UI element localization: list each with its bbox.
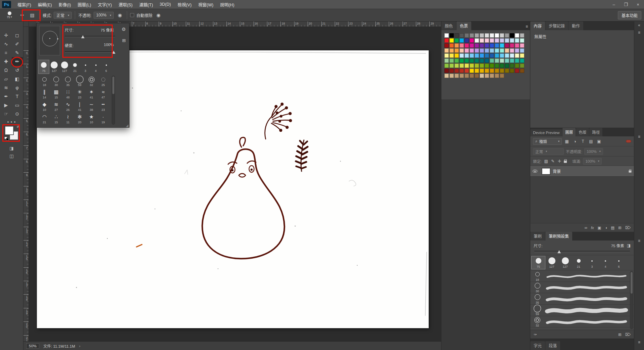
color-swatch[interactable] xyxy=(520,69,524,73)
color-swatch[interactable] xyxy=(480,33,484,38)
layer-effects-icon[interactable]: fx xyxy=(591,226,594,230)
ruler-corner[interactable] xyxy=(23,21,29,27)
link-layers-icon[interactable]: ∞ xyxy=(585,226,587,230)
screen-mode-icon[interactable]: ◫ xyxy=(9,154,13,159)
color-swatch[interactable] xyxy=(465,74,469,78)
color-swatch[interactable] xyxy=(470,69,474,73)
tool-button[interactable]: ◧ xyxy=(12,75,23,83)
color-swatch[interactable] xyxy=(520,53,524,58)
color-swatch[interactable] xyxy=(510,43,514,48)
brush-preset-chip[interactable]: 75 ▾ xyxy=(3,10,16,20)
tool-button[interactable]: ≋ xyxy=(1,83,12,92)
tool-button[interactable]: ▱ xyxy=(1,75,12,83)
brush-preview-toggle-icon[interactable]: ◨ xyxy=(627,243,631,248)
filter-group-icon[interactable]: ▤ xyxy=(588,139,594,144)
color-swatch[interactable] xyxy=(475,69,479,73)
layer-blend-mode-select[interactable]: 正常 xyxy=(533,148,564,155)
color-swatch[interactable] xyxy=(454,74,459,78)
brush-preset[interactable]: ∿ 26 xyxy=(62,100,74,112)
brush-tip[interactable]: 75 xyxy=(39,60,49,74)
brush-tip[interactable]: 4 xyxy=(91,60,101,74)
brush-preset[interactable]: ∥ 14 xyxy=(39,87,50,100)
color-swatch[interactable] xyxy=(495,48,499,53)
color-swatch[interactable] xyxy=(510,69,514,73)
tool-button[interactable]: φ xyxy=(12,83,23,92)
default-colors-icon[interactable] xyxy=(4,137,9,140)
color-swatch[interactable] xyxy=(490,38,494,43)
tool-button[interactable]: Ω xyxy=(1,66,12,75)
tool-button[interactable]: ✏ xyxy=(12,57,23,66)
filter-toggle-switch[interactable] xyxy=(626,140,631,143)
color-swatch[interactable] xyxy=(515,33,519,38)
brush-tip[interactable]: 3 xyxy=(80,60,91,74)
tool-button[interactable]: ✎ xyxy=(12,48,23,57)
color-swatch[interactable] xyxy=(485,63,489,68)
color-swatch[interactable] xyxy=(495,53,499,58)
color-swatch[interactable] xyxy=(505,53,509,58)
tool-button[interactable]: ✐ xyxy=(12,40,23,48)
brush-preset[interactable]: ✳ 23 xyxy=(74,87,86,100)
tool-button[interactable]: ⌗ xyxy=(1,48,12,57)
menubar-item[interactable]: 檔案(F) xyxy=(14,0,35,9)
brush-size-slider[interactable] xyxy=(534,249,630,254)
color-swatch[interactable] xyxy=(520,33,524,38)
menubar-item[interactable]: 說明(H) xyxy=(217,0,237,9)
status-options-chevron-icon[interactable]: › xyxy=(79,344,80,348)
color-swatch[interactable] xyxy=(454,58,459,63)
brush-stroke-icon[interactable]: ✑ xyxy=(534,332,537,337)
color-swatch[interactable] xyxy=(490,43,494,48)
color-swatch[interactable] xyxy=(495,43,499,48)
panel-tab[interactable]: 顏色 xyxy=(441,21,456,30)
color-swatch[interactable] xyxy=(449,53,454,58)
color-swatch[interactable] xyxy=(460,63,464,68)
color-swatch[interactable] xyxy=(520,43,524,48)
brush-tip[interactable]: 4 xyxy=(599,256,612,269)
tool-button[interactable]: ↺ xyxy=(12,66,23,75)
brush-preset[interactable]: 25 xyxy=(97,75,109,87)
color-swatch[interactable] xyxy=(510,53,514,58)
brush-preset[interactable]: ∴ 15 xyxy=(50,112,62,125)
color-swatch[interactable] xyxy=(460,69,464,73)
delete-layer-icon[interactable]: ⌦ xyxy=(625,225,631,230)
layer-visibility-eye-icon[interactable] xyxy=(533,170,537,173)
panel-tab[interactable]: 字元 xyxy=(530,341,545,350)
new-preset-icon[interactable]: ⊞ xyxy=(122,38,126,43)
color-swatch[interactable] xyxy=(470,33,474,38)
color-swatch[interactable] xyxy=(475,48,479,53)
brush-tip[interactable]: 6 xyxy=(101,60,111,74)
panel-tab[interactable]: 路徑 xyxy=(589,128,602,136)
blend-mode-select[interactable]: 正常 xyxy=(54,12,72,19)
opacity-select[interactable]: 100% xyxy=(94,12,114,19)
color-swatch[interactable] xyxy=(480,43,484,48)
tool-button[interactable]: ◻ xyxy=(12,31,23,40)
color-swatch[interactable] xyxy=(460,48,464,53)
color-swatch[interactable] xyxy=(510,38,514,43)
color-swatch[interactable] xyxy=(485,74,489,78)
color-swatch[interactable] xyxy=(485,53,489,58)
brush-preset[interactable]: ◠ 21 xyxy=(39,112,50,125)
new-brush-icon[interactable]: ⊞ xyxy=(618,332,622,337)
color-swatch[interactable] xyxy=(470,74,474,78)
tool-button[interactable]: ∿ xyxy=(1,40,12,48)
brush-size-slider-thumb[interactable] xyxy=(557,250,561,253)
brush-tip[interactable]: 75 xyxy=(532,256,545,269)
color-swatch[interactable] xyxy=(454,43,459,48)
color-swatch[interactable] xyxy=(500,38,504,43)
brush-preset-row[interactable]: 18 xyxy=(530,270,634,282)
tool-button[interactable]: ☞ xyxy=(1,110,12,118)
panel-menu-icon[interactable]: ≡ xyxy=(634,238,644,243)
color-swatch[interactable] xyxy=(449,63,454,68)
color-swatch[interactable] xyxy=(475,43,479,48)
color-swatch[interactable] xyxy=(505,48,509,53)
menubar-item[interactable]: 濾鏡(T) xyxy=(136,0,156,9)
brush-panel-toggle-icon[interactable]: ▤ xyxy=(28,11,36,19)
opacity-pressure-icon[interactable]: ◉ xyxy=(116,11,124,19)
brush-preset[interactable]: ✶ 41 xyxy=(86,87,97,100)
tool-button[interactable]: T xyxy=(12,92,23,101)
color-swatch[interactable] xyxy=(465,33,469,38)
color-swatch[interactable] xyxy=(490,33,494,38)
tool-button[interactable]: ✒ xyxy=(1,92,12,101)
color-swatch[interactable] xyxy=(444,38,449,43)
layer-name[interactable]: 背景 xyxy=(553,168,561,174)
brush-angle-preview[interactable]: ▸ xyxy=(39,26,60,55)
